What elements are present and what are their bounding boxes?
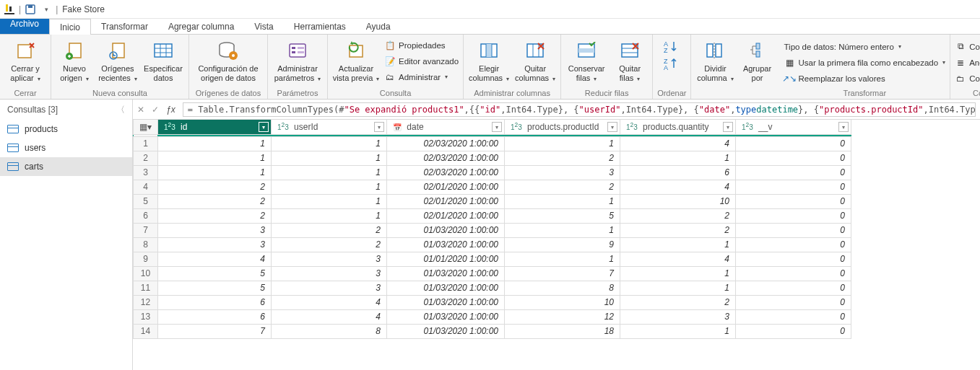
filter-icon[interactable]: ▾ <box>838 122 849 132</box>
table-row[interactable]: 52102/01/2020 1:00:001100 <box>134 194 851 208</box>
cell-v[interactable]: 0 <box>736 165 851 180</box>
cell-id[interactable]: 3 <box>158 223 272 237</box>
tab-file[interactable]: Archivo <box>0 19 49 34</box>
query-item-carts[interactable]: carts <box>0 157 132 176</box>
cell-userid[interactable]: 2 <box>272 237 387 252</box>
cell-date[interactable]: 02/03/2020 1:00:00 <box>387 136 505 151</box>
cell-date[interactable]: 01/03/2020 1:00:00 <box>387 309 505 324</box>
tab-herramientas[interactable]: Herramientas <box>284 19 356 34</box>
queries-pane-header[interactable]: Consultas [3] 〈 <box>0 100 132 120</box>
data-source-settings-button[interactable]: Configuración de origen de datos <box>194 36 263 83</box>
cell-v[interactable]: 0 <box>736 281 851 295</box>
grid-corner[interactable]: ▦▾ <box>134 120 158 134</box>
cell-v[interactable]: 0 <box>736 180 851 194</box>
new-source-button[interactable]: Nuevo origen ▾ <box>56 36 93 84</box>
cell-productid[interactable]: 2 <box>505 151 620 165</box>
cell-productid[interactable]: 9 <box>505 237 620 252</box>
append-queries-button[interactable]: ≣Anexar consult <box>955 55 980 70</box>
table-row[interactable]: 126401/03/2020 1:00:001020 <box>134 295 851 309</box>
cell-userid[interactable]: 4 <box>272 309 387 324</box>
filter-icon[interactable]: ▾ <box>492 122 502 132</box>
cell-date[interactable]: 02/01/2020 1:00:00 <box>387 194 505 208</box>
cell-date[interactable]: 01/03/2020 1:00:00 <box>387 281 505 295</box>
cell-v[interactable]: 0 <box>736 309 851 324</box>
cell-id[interactable]: 6 <box>158 295 272 309</box>
cell-id[interactable]: 4 <box>158 252 272 266</box>
cell-userid[interactable]: 8 <box>272 324 387 338</box>
qa-dropdown-icon[interactable]: ▾ <box>38 6 54 13</box>
column-header-date[interactable]: 📅 date▾ <box>387 120 505 134</box>
cell-quantity[interactable]: 4 <box>620 136 736 151</box>
cell-userid[interactable]: 1 <box>272 194 387 208</box>
tab-transformar[interactable]: Transformar <box>91 19 158 34</box>
cell-id[interactable]: 1 <box>158 165 272 180</box>
cell-productid[interactable]: 1 <box>505 194 620 208</box>
replace-values-button[interactable]: ↗↘Reemplazar los valores <box>784 71 945 86</box>
filter-icon[interactable]: ▾ <box>374 122 384 132</box>
cell-id[interactable]: 1 <box>158 151 272 165</box>
group-by-button[interactable]: Agrupar por <box>739 36 775 83</box>
manage-parameters-button[interactable]: Administrar parámetros ▾ <box>272 36 323 84</box>
cell-id[interactable]: 7 <box>158 324 272 338</box>
cell-userid[interactable]: 4 <box>272 295 387 309</box>
cell-v[interactable]: 0 <box>736 237 851 252</box>
cell-id[interactable]: 2 <box>158 180 272 194</box>
cell-date[interactable]: 02/01/2020 1:00:00 <box>387 208 505 223</box>
data-grid[interactable]: ▦▾123 id▾123 userId▾📅 date▾123 products.… <box>133 120 980 370</box>
table-row[interactable]: 136401/03/2020 1:00:001230 <box>134 309 851 324</box>
manage-button[interactable]: 🗂Administrar▾ <box>384 69 459 84</box>
table-row[interactable]: 62102/01/2020 1:00:00520 <box>134 208 851 223</box>
cell-userid[interactable]: 1 <box>272 151 387 165</box>
sort-desc-button[interactable]: ZA <box>664 56 680 71</box>
cell-date[interactable]: 02/03/2020 1:00:00 <box>387 165 505 180</box>
filter-icon[interactable]: ▾ <box>259 122 269 132</box>
close-apply-button[interactable]: Cerrar y aplicar ▾ <box>4 36 46 84</box>
cell-userid[interactable]: 3 <box>272 252 387 266</box>
cell-date[interactable]: 01/01/2020 1:00:00 <box>387 252 505 266</box>
cell-productid[interactable]: 12 <box>505 309 620 324</box>
cell-productid[interactable]: 1 <box>505 136 620 151</box>
cell-quantity[interactable]: 1 <box>620 151 736 165</box>
cell-productid[interactable]: 18 <box>505 324 620 338</box>
query-item-products[interactable]: products <box>0 120 132 138</box>
cell-quantity[interactable]: 1 <box>620 266 736 281</box>
cell-userid[interactable]: 1 <box>272 165 387 180</box>
cell-v[interactable]: 0 <box>736 324 851 338</box>
combine-files-button[interactable]: 🗀Combinar arch <box>955 71 980 86</box>
cell-quantity[interactable]: 2 <box>620 295 736 309</box>
column-header-__v[interactable]: 123 __v▾ <box>736 120 851 134</box>
refresh-preview-button[interactable]: Actualizar vista previa ▾ <box>332 36 380 84</box>
column-header-id[interactable]: 123 id▾ <box>158 120 272 134</box>
cell-productid[interactable]: 8 <box>505 281 620 295</box>
properties-button[interactable]: 📋Propiedades <box>384 38 459 53</box>
table-row[interactable]: 73201/03/2020 1:00:00120 <box>134 223 851 237</box>
advanced-editor-button[interactable]: 📝Editor avanzado <box>384 53 459 69</box>
cell-quantity[interactable]: 4 <box>620 252 736 266</box>
tab-ayuda[interactable]: Ayuda <box>356 19 401 34</box>
cell-quantity[interactable]: 1 <box>620 237 736 252</box>
cell-id[interactable]: 1 <box>158 136 272 151</box>
table-row[interactable]: 21102/03/2020 1:00:00210 <box>134 151 851 165</box>
remove-columns-button[interactable]: Quitar columnas ▾ <box>514 36 556 84</box>
table-row[interactable]: 11102/03/2020 1:00:00140 <box>134 136 851 151</box>
cell-id[interactable]: 5 <box>158 266 272 281</box>
table-row[interactable]: 83201/03/2020 1:00:00910 <box>134 237 851 252</box>
table-row[interactable]: 42102/01/2020 1:00:00240 <box>134 180 851 194</box>
column-header-userId[interactable]: 123 userId▾ <box>272 120 387 134</box>
column-header-products.productId[interactable]: 123 products.productId▾ <box>505 120 620 134</box>
cell-date[interactable]: 01/03/2020 1:00:00 <box>387 295 505 309</box>
cell-productid[interactable]: 3 <box>505 165 620 180</box>
save-icon[interactable] <box>22 4 38 14</box>
table-row[interactable]: 105301/03/2020 1:00:00710 <box>134 266 851 281</box>
cell-userid[interactable]: 1 <box>272 208 387 223</box>
cell-v[interactable]: 0 <box>736 151 851 165</box>
cell-date[interactable]: 01/03/2020 1:00:00 <box>387 324 505 338</box>
accept-formula-icon[interactable]: ✓ <box>152 105 159 115</box>
keep-rows-button[interactable]: Conservar filas ▾ <box>565 36 607 84</box>
cell-userid[interactable]: 1 <box>272 180 387 194</box>
tab-vista[interactable]: Vista <box>244 19 283 34</box>
table-row[interactable]: 31102/03/2020 1:00:00360 <box>134 165 851 180</box>
cell-quantity[interactable]: 1 <box>620 281 736 295</box>
cell-date[interactable]: 01/03/2020 1:00:00 <box>387 223 505 237</box>
cell-quantity[interactable]: 6 <box>620 165 736 180</box>
